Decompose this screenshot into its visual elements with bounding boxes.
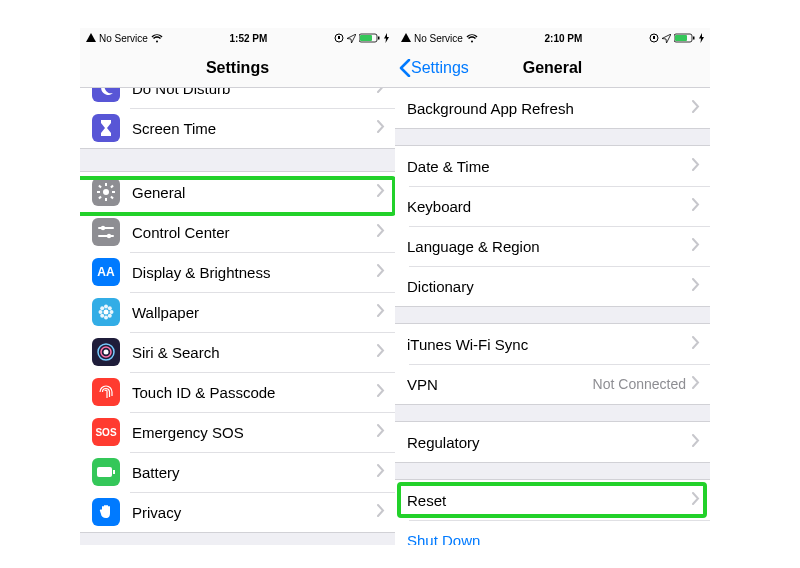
back-button[interactable]: Settings [399, 59, 469, 77]
svg-rect-14 [98, 227, 114, 229]
chevron-right-icon [692, 277, 700, 295]
chevron-right-icon [692, 491, 700, 509]
row-itunes-wi-fi-sync[interactable]: iTunes Wi-Fi Sync [395, 324, 710, 364]
chevron-right-icon [692, 197, 700, 215]
status-time: 2:10 PM [545, 33, 583, 44]
page-title: General [523, 59, 583, 77]
svg-rect-31 [113, 470, 115, 474]
row-label: Privacy [132, 504, 377, 521]
gear-icon [92, 178, 120, 206]
row-label: Siri & Search [132, 344, 377, 361]
wifi-icon [466, 34, 478, 43]
svg-rect-1 [338, 36, 340, 39]
chevron-right-icon [377, 223, 385, 241]
charging-icon [699, 33, 704, 43]
row-vpn[interactable]: VPNNot Connected [395, 364, 710, 404]
wifi-icon [151, 34, 163, 43]
rotation-lock-icon [334, 33, 344, 43]
chevron-right-icon [692, 433, 700, 451]
row-label: Dictionary [407, 278, 692, 295]
chevron-right-icon [692, 99, 700, 117]
row-display-brightness[interactable]: AADisplay & Brightness [80, 252, 395, 292]
chevron-right-icon [377, 423, 385, 441]
chevron-right-icon [692, 375, 700, 393]
row-background-app-refresh[interactable]: Background App Refresh [395, 88, 710, 128]
row-control-center[interactable]: Control Center [80, 212, 395, 252]
svg-rect-4 [378, 37, 380, 40]
page-title: Settings [206, 59, 269, 77]
hand-icon [92, 498, 120, 526]
svg-rect-37 [675, 35, 687, 41]
row-emergency-sos[interactable]: SOSEmergency SOS [80, 412, 395, 452]
row-label: Date & Time [407, 158, 692, 175]
nav-bar: Settings [80, 48, 395, 88]
svg-point-26 [108, 314, 112, 318]
row-label: Screen Time [132, 120, 377, 137]
chevron-right-icon [377, 119, 385, 137]
settings-list[interactable]: Do Not DisturbScreen TimeGeneralControl … [80, 88, 395, 545]
svg-rect-30 [97, 467, 112, 477]
warning-icon [401, 33, 411, 43]
row-do-not-disturb[interactable]: Do Not Disturb [80, 88, 395, 108]
svg-rect-8 [97, 191, 100, 193]
row-label: Language & Region [407, 238, 692, 255]
row-siri-search[interactable]: Siri & Search [80, 332, 395, 372]
row-battery[interactable]: Battery [80, 452, 395, 492]
svg-rect-9 [112, 191, 115, 193]
chevron-right-icon [377, 263, 385, 281]
row-reset[interactable]: Reset [395, 480, 710, 520]
chevron-right-icon [377, 463, 385, 481]
row-label: Emergency SOS [132, 424, 377, 441]
svg-point-24 [108, 306, 112, 310]
row-label: Display & Brightness [132, 264, 377, 281]
row-general[interactable]: General [80, 172, 395, 212]
sos-icon: SOS [92, 418, 120, 446]
battery-icon [359, 33, 381, 43]
svg-point-22 [110, 310, 114, 314]
siri-icon [92, 338, 120, 366]
row-privacy[interactable]: Privacy [80, 492, 395, 532]
row-date-time[interactable]: Date & Time [395, 146, 710, 186]
row-keyboard[interactable]: Keyboard [395, 186, 710, 226]
chevron-right-icon [377, 183, 385, 201]
aa-icon: AA [92, 258, 120, 286]
status-bar: No Service 2:10 PM [395, 28, 710, 48]
svg-rect-10 [98, 185, 102, 189]
row-language-region[interactable]: Language & Region [395, 226, 710, 266]
row-label: General [132, 184, 377, 201]
row-wallpaper[interactable]: Wallpaper [80, 292, 395, 332]
row-label: Battery [132, 464, 377, 481]
row-touch-id-passcode[interactable]: Touch ID & Passcode [80, 372, 395, 412]
row-regulatory[interactable]: Regulatory [395, 422, 710, 462]
back-label: Settings [411, 59, 469, 77]
row-dictionary[interactable]: Dictionary [395, 266, 710, 306]
general-screen: No Service 2:10 PM Settings General Back… [395, 28, 710, 545]
chevron-right-icon [377, 383, 385, 401]
general-list[interactable]: Background App RefreshDate & TimeKeyboar… [395, 88, 710, 545]
battery-icon [92, 458, 120, 486]
moon-icon [92, 88, 120, 102]
row-shut-down[interactable]: Shut Down [395, 520, 710, 545]
chevron-right-icon [377, 303, 385, 321]
svg-rect-7 [105, 198, 107, 201]
svg-rect-38 [693, 37, 695, 40]
row-label: Control Center [132, 224, 377, 241]
svg-point-23 [100, 306, 104, 310]
carrier-text: No Service [99, 33, 148, 44]
row-screen-time[interactable]: Screen Time [80, 108, 395, 148]
row-label: Background App Refresh [407, 100, 692, 117]
svg-point-21 [99, 310, 103, 314]
svg-point-29 [104, 350, 109, 355]
chevron-right-icon [692, 237, 700, 255]
row-label: Touch ID & Passcode [132, 384, 377, 401]
chevron-right-icon [377, 88, 385, 97]
chevron-right-icon [692, 157, 700, 175]
status-time: 1:52 PM [230, 33, 268, 44]
warning-icon [86, 33, 96, 43]
svg-rect-35 [653, 36, 655, 39]
svg-point-17 [107, 234, 111, 238]
svg-rect-3 [360, 35, 372, 41]
battery-icon [674, 33, 696, 43]
row-label: iTunes Wi-Fi Sync [407, 336, 692, 353]
svg-point-19 [104, 305, 108, 309]
